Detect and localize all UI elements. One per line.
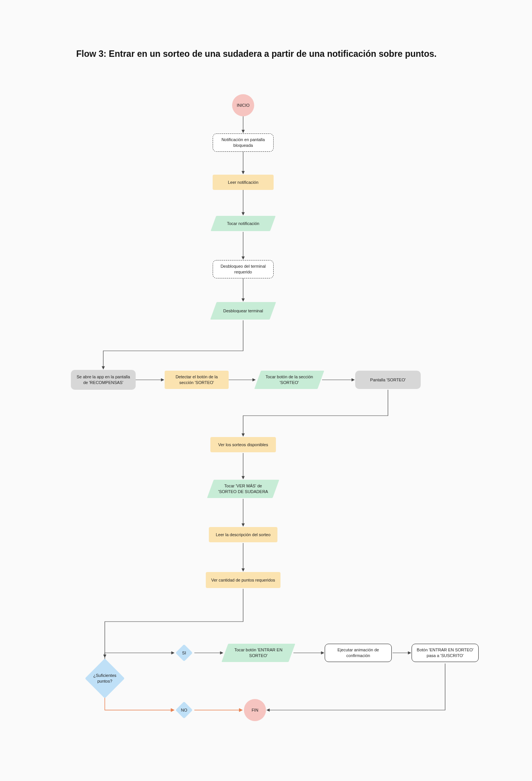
view-available-raffles: Ver los sorteos disponibles <box>210 437 276 452</box>
read-raffle-description: Leer la descripción del sorteo <box>209 527 277 542</box>
unlock-required: Desbloqueo del terminal requerido <box>213 260 274 278</box>
unlock-terminal-label: Desbloquear terminal <box>213 302 273 320</box>
tap-sorteo-button-label: Tocar botón de la sección 'SORTEO' <box>258 371 321 389</box>
page-title: Flow 3: Entrar en un sorteo de una sudad… <box>76 49 437 59</box>
tap-ver-mas-sudadera: Tocar 'VER MÁS' de 'SORTEO DE SUDADERA <box>210 480 276 498</box>
app-opens-rewards-screen: Se abre la app en la pantalla de 'RECOMP… <box>71 370 136 390</box>
connector-layer <box>0 0 532 781</box>
yes-label: SI <box>175 643 194 662</box>
tap-notification-label: Tocar notificación <box>213 216 273 231</box>
enough-points-decision: ¿Suficientes puntos? <box>85 659 124 698</box>
detect-sorteo-button: Detectar el botón de la sección 'SORTEO' <box>165 371 229 389</box>
tap-sorteo-button: Tocar botón de la sección 'SORTEO' <box>258 371 321 389</box>
read-notification: Leer notificación <box>213 175 274 190</box>
view-required-points: Ver cantidad de puntos requeridos <box>206 572 280 588</box>
tap-ver-mas-sudadera-label: Tocar 'VER MÁS' de 'SORTEO DE SUDADERA <box>210 480 276 498</box>
screen-locked-notification: Notificación en pantalla bloqueada <box>213 133 274 152</box>
tap-entrar-en-sorteo: Tocar botón 'ENTRAR EN SORTEO' <box>225 644 292 662</box>
start-node: INICIO <box>232 94 254 116</box>
button-changes-to-suscrito: Botón 'ENTRAR EN SORTEO' pasa a 'SUSCRIT… <box>412 644 479 662</box>
yes-branch: SI <box>175 643 194 662</box>
no-label: NO <box>175 701 194 720</box>
tap-notification: Tocar notificación <box>213 216 273 231</box>
no-branch: NO <box>175 701 194 720</box>
confirmation-animation: Ejecutar animación de confirmación <box>325 644 392 662</box>
end-node: FIN <box>244 699 266 721</box>
enough-points-label: ¿Suficientes puntos? <box>85 659 124 698</box>
unlock-terminal: Desbloquear terminal <box>213 302 273 320</box>
tap-entrar-en-sorteo-label: Tocar botón 'ENTRAR EN SORTEO' <box>225 644 292 662</box>
sorteo-screen: Pantalla 'SORTEO' <box>355 371 421 389</box>
